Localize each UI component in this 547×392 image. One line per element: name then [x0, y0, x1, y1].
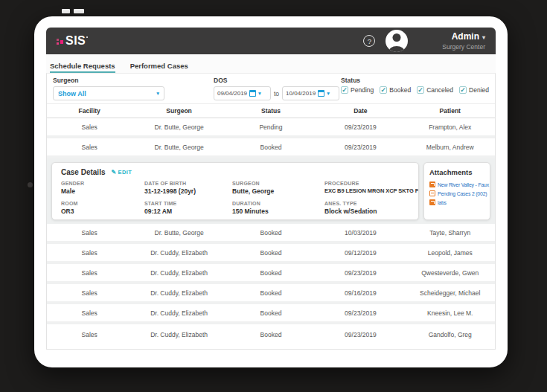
- status-checkbox-pending[interactable]: ✓ Pending: [341, 86, 374, 94]
- tab-schedule-requests[interactable]: Schedule Requests: [50, 62, 115, 73]
- edit-label: EDIT: [118, 169, 132, 176]
- dos-from-value: 09/04/2019: [217, 90, 247, 97]
- status-filter: Status ✓ Pending ✓ Booked ✓ Canceled: [341, 77, 489, 103]
- dos-label: DOS: [214, 77, 339, 84]
- column-header-patient: Patient: [406, 107, 495, 115]
- logo-text: SIS: [65, 34, 86, 48]
- surgeon-filter: Surgeon Show All ▾: [53, 77, 214, 103]
- case-details-title: Case Details: [61, 168, 105, 176]
- cell-surgeon: Dr. Cuddy, Elizabeth: [132, 309, 225, 317]
- field-start-time: START TIME 09:12 AM: [144, 201, 232, 215]
- expanded-row-details: Case Details ✎ EDIT GENDER Male DATE OF …: [47, 158, 495, 224]
- table-row[interactable]: Sales Dr. Butte, George Pending 09/23/20…: [47, 118, 495, 138]
- cell-surgeon: Dr. Cuddy, Elizabeth: [132, 331, 225, 338]
- sis-logo-dots-icon: [57, 36, 64, 47]
- field-surgeon: SURGEON Butte, George: [232, 181, 324, 195]
- header-actions: ? Admin▾ Surgery Center: [363, 30, 485, 52]
- status-label: Status: [341, 77, 489, 84]
- help-icon[interactable]: ?: [363, 35, 375, 47]
- cell-status: Booked: [226, 229, 316, 237]
- cell-date: 09/23/2019: [316, 144, 405, 151]
- app-window: SIS ? Admin▾ Surgery Center Schedule Req…: [34, 16, 508, 367]
- field-date-of-birth: DATE OF BIRTH 31-12-1998 (20yr): [144, 181, 232, 195]
- cell-surgeon: Dr. Butte, George: [132, 229, 225, 237]
- attachments-title: Attachments: [429, 168, 484, 176]
- cell-status: Booked: [226, 309, 316, 317]
- table-row[interactable]: Sales Dr. Cuddy, Elizabeth Booked 09/23/…: [47, 304, 495, 324]
- cell-facility: Sales: [47, 289, 132, 297]
- field-room: ROOM OR3: [61, 201, 144, 215]
- table-header: Facility Surgeon Status Date Patient: [47, 103, 495, 118]
- cell-facility: Sales: [47, 331, 132, 338]
- cell-date: 10/03/2019: [316, 229, 405, 237]
- column-header-date: Date: [316, 107, 405, 115]
- status-checkbox-booked[interactable]: ✓ Booked: [380, 86, 411, 94]
- content-panel: Surgeon Show All ▾ DOS 09/04/2019 ▾ to: [46, 73, 496, 350]
- edit-button[interactable]: ✎ EDIT: [111, 169, 132, 176]
- table-row[interactable]: Sales Dr. Cuddy, Elizabeth Booked 09/12/…: [47, 244, 495, 264]
- tab-bar: Schedule Requests Performed Cases: [46, 54, 496, 73]
- status-checkbox-denied[interactable]: ✓ Denied: [459, 86, 489, 94]
- dos-from-input[interactable]: 09/04/2019 ▾: [214, 86, 271, 100]
- table-row[interactable]: Sales Dr. Cuddy, Elizabeth Booked 09/23/…: [47, 264, 495, 284]
- device-camera-dot: [28, 182, 33, 187]
- user-menu[interactable]: Admin▾ Surgery Center: [442, 32, 485, 51]
- cell-surgeon: Dr. Cuddy, Elizabeth: [132, 249, 225, 257]
- cell-date: 09/23/2019: [316, 269, 405, 277]
- field-gender: GENDER Male: [61, 181, 144, 195]
- attachments-panel: Attachments New River Valley - Faux ASC …: [423, 162, 490, 220]
- cell-surgeon: Dr. Cuddy, Elizabeth: [132, 289, 225, 297]
- surgeon-label: Surgeon: [53, 77, 214, 84]
- cell-surgeon: Dr. Butte, George: [132, 123, 225, 131]
- attachment-link[interactable]: labs: [429, 199, 484, 205]
- calendar-icon: [249, 90, 256, 97]
- table-row[interactable]: Sales Dr. Butte, George Booked 09/23/201…: [47, 138, 495, 158]
- field-duration: DURATION 150 Minutes: [232, 201, 324, 215]
- cell-surgeon: Dr. Butte, George: [132, 144, 225, 151]
- cell-status: Pending: [226, 123, 316, 131]
- cell-patient: Melburn, Andrew: [406, 144, 495, 151]
- avatar[interactable]: [386, 30, 408, 52]
- dos-to-input[interactable]: 10/04/2019 ▾: [282, 86, 339, 100]
- attachment-link[interactable]: New River Valley - Faux ASC: [429, 181, 484, 187]
- cell-facility: Sales: [47, 144, 132, 151]
- cell-facility: Sales: [47, 309, 132, 317]
- question-mark: ?: [368, 37, 371, 45]
- cell-date: 09/23/2019: [316, 123, 405, 131]
- table-row[interactable]: Sales Dr. Cuddy, Elizabeth Booked 09/16/…: [47, 284, 495, 304]
- surgeon-dropdown[interactable]: Show All ▾: [53, 86, 164, 100]
- cell-patient: Tayte, Sharryn: [406, 229, 495, 237]
- tab-performed-cases[interactable]: Performed Cases: [130, 62, 188, 73]
- trademark-mark: [86, 36, 88, 38]
- case-details-panel: Case Details ✎ EDIT GENDER Male DATE OF …: [51, 162, 419, 220]
- sis-logo: SIS: [57, 34, 88, 48]
- table-row[interactable]: Sales Dr. Cuddy, Elizabeth Booked 09/23/…: [47, 324, 495, 344]
- cell-date: 09/23/2019: [316, 331, 405, 338]
- cell-status: Booked: [226, 289, 316, 297]
- cell-status: Booked: [226, 269, 316, 277]
- table-row[interactable]: Sales Dr. Butte, George Booked 10/03/201…: [47, 224, 495, 244]
- checkmark-icon: ✓: [460, 87, 466, 94]
- decor-dash: [62, 9, 70, 13]
- status-checkbox-canceled[interactable]: ✓ Canceled: [417, 86, 453, 94]
- cell-patient: Frampton, Alex: [406, 123, 495, 131]
- filter-bar: Surgeon Show All ▾ DOS 09/04/2019 ▾ to: [47, 74, 495, 103]
- field-anes-type: ANES. TYPE Block w/Sedation: [324, 201, 419, 215]
- surgeon-dropdown-value: Show All: [58, 90, 86, 97]
- chevron-down-icon: ▾: [482, 34, 485, 41]
- checkmark-icon: ✓: [381, 87, 387, 94]
- file-icon: [429, 181, 435, 187]
- cell-status: Booked: [226, 144, 316, 151]
- attachment-link[interactable]: Pending Cases 2 (002): [429, 190, 484, 196]
- cell-patient: Gandolfo, Greg: [406, 331, 495, 338]
- chevron-down-icon: ▾: [258, 90, 261, 97]
- cell-date: 09/12/2019: [316, 249, 405, 257]
- cell-date: 09/16/2019: [316, 289, 405, 297]
- calendar-icon: [318, 90, 324, 97]
- cell-facility: Sales: [47, 123, 132, 131]
- column-header-facility: Facility: [47, 107, 132, 115]
- document-icon: [429, 190, 435, 196]
- chevron-down-icon: ▾: [327, 90, 330, 97]
- file-icon: [429, 199, 435, 205]
- field-procedure: PROCEDURE EXC B9 LESION MRGN XCP SKTG F/…: [324, 181, 419, 195]
